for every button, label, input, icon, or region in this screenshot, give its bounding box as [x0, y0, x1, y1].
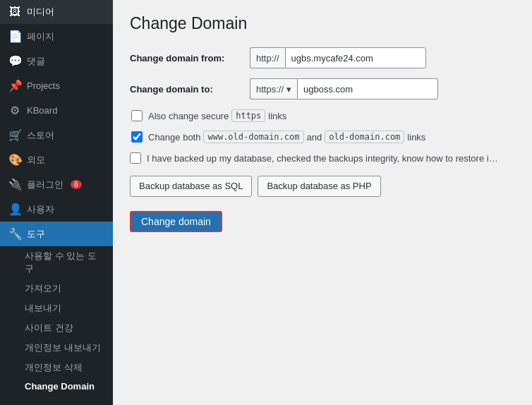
sidebar-item-label: KBoard [27, 105, 57, 116]
change-from-input[interactable] [285, 47, 426, 68]
plugins-badge: 8 [71, 180, 82, 189]
sidebar-item-label: 외모 [27, 154, 45, 167]
backup-sql-button[interactable]: Backup database as SQL [130, 176, 252, 197]
checkbox-both-domains-row: Change both www.old-domain.com and old-d… [131, 131, 515, 143]
change-to-row: Change domain to: https:// ▾ [130, 78, 515, 99]
change-to-input-group: https:// ▾ [250, 78, 438, 99]
change-domain-button-container: Change domain [130, 211, 515, 232]
sidebar-item-store[interactable]: 🛒 스토어 [0, 123, 113, 147]
sidebar-subitem-site-health[interactable]: 사이트 건강 [0, 318, 113, 338]
change-to-label: Change domain to: [130, 84, 243, 95]
sidebar-item-users[interactable]: 👤 사용자 [0, 197, 113, 222]
page-title: Change Domain [130, 14, 515, 33]
change-from-row: Change domain from: http:// [130, 47, 515, 68]
checkbox-both-text1: Change both [148, 132, 200, 143]
media-icon: 🖼 [8, 6, 21, 18]
change-domain-button[interactable]: Change domain [130, 211, 222, 232]
sidebar-item-label: 댓글 [27, 55, 45, 68]
store-icon: 🛒 [8, 128, 21, 142]
sidebar-subitem-export[interactable]: 내보내기 [0, 298, 113, 318]
tools-icon: 🔧 [8, 227, 21, 241]
users-icon: 👤 [8, 202, 21, 216]
checkbox-secure-https[interactable] [131, 110, 143, 121]
sidebar-item-kboard[interactable]: ⚙ KBoard [0, 98, 113, 123]
plugins-icon: 🔌 [8, 178, 21, 191]
checkbox-backup-confirm[interactable] [130, 152, 141, 164]
checkbox-both-middle: and [307, 132, 322, 143]
checkbox-secure-https-text2: links [268, 111, 286, 121]
checkbox-backup-confirm-row: I have backed up my database, checked th… [130, 152, 515, 166]
change-from-label: Change domain from: [130, 53, 243, 64]
sidebar-item-media[interactable]: 🖼 미디어 [0, 0, 113, 24]
comments-icon: 💬 [8, 54, 21, 68]
sidebar-item-label: 플러그인 [27, 179, 64, 191]
sidebar-item-pages[interactable]: 📄 페이지 [0, 24, 113, 49]
protocol-select[interactable]: https:// ▾ [250, 78, 297, 99]
sidebar-item-label: 도구 [27, 228, 45, 241]
checkbox-both-domains[interactable] [131, 131, 143, 143]
https-code-tag: https [231, 109, 265, 122]
checkbox-secure-https-label: Also change secure https links [148, 109, 286, 122]
kboard-icon: ⚙ [8, 104, 21, 117]
checkbox-backup-confirm-label: I have backed up my database, checked th… [147, 152, 500, 166]
main-content: Change Domain Change domain from: http:/… [113, 0, 532, 405]
sidebar-subitem-export-personal-data[interactable]: 개인정보 내보내기 [0, 338, 113, 358]
sidebar-subitem-import[interactable]: 가져오기 [0, 279, 113, 298]
appearance-icon: 🎨 [8, 153, 21, 167]
chevron-down-icon: ▾ [286, 84, 291, 95]
sidebar-item-label: 미디어 [27, 6, 54, 18]
change-from-prefix: http:// [250, 47, 285, 68]
protocol-value: https:// [256, 84, 284, 95]
projects-icon: 📌 [8, 79, 21, 92]
sidebar-item-plugins[interactable]: 🔌 플러그인 8 [0, 172, 113, 197]
checkbox-both-domains-label: Change both www.old-domain.com and old-d… [148, 131, 425, 143]
sidebar-item-label: 사용자 [27, 203, 54, 216]
sidebar-item-label: 페이지 [27, 30, 54, 43]
change-from-input-group: http:// [250, 47, 426, 68]
backup-php-button[interactable]: Backup database as PHP [258, 176, 380, 197]
sidebar-item-label: Projects [27, 80, 60, 91]
checkbox-both-suffix: links [407, 132, 425, 143]
sidebar-item-appearance[interactable]: 🎨 외모 [0, 147, 113, 172]
checkbox-secure-https-text1: Also change secure [148, 111, 229, 121]
sidebar-item-label: 스토어 [27, 129, 54, 142]
domain-code-tag: old-domain.com [325, 131, 404, 143]
sidebar-item-comments[interactable]: 💬 댓글 [0, 49, 113, 73]
sidebar-item-tools[interactable]: 🔧 도구 [0, 222, 113, 246]
sidebar-subitem-change-domain[interactable]: Change Domain [0, 377, 113, 395]
checkbox-secure-https-row: Also change secure https links [131, 109, 515, 122]
sidebar-item-projects[interactable]: 📌 Projects [0, 73, 113, 98]
sidebar: 🖼 미디어 📄 페이지 💬 댓글 📌 Projects ⚙ KBoard 🛒 스… [0, 0, 113, 405]
sidebar-subitem-erase-personal-data[interactable]: 개인정보 삭제 [0, 358, 113, 377]
backup-buttons-row: Backup database as SQL Backup database a… [130, 176, 515, 197]
change-to-input[interactable] [297, 78, 438, 99]
www-domain-code-tag: www.old-domain.com [203, 131, 303, 143]
pages-icon: 📄 [8, 30, 21, 43]
sidebar-subitem-available-tools[interactable]: 사용할 수 있는 도구 [0, 246, 113, 279]
